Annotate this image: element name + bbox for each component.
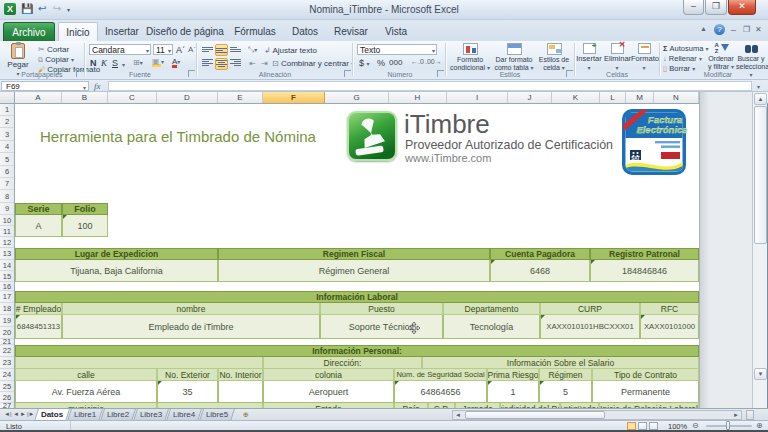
- increase-indent-icon[interactable]: ⇥: [258, 58, 271, 70]
- number-format-select[interactable]: Texto▾: [357, 44, 437, 55]
- estilos-dialog-launcher[interactable]: [566, 70, 573, 77]
- row-header-19[interactable]: 19: [0, 315, 14, 327]
- decrease-decimal-icon[interactable]: .00→: [425, 58, 442, 65]
- doc-restore-icon[interactable]: ❐: [743, 25, 750, 34]
- row-header-24[interactable]: 24: [0, 369, 14, 381]
- borders-icon[interactable]: ⊞▾: [133, 58, 143, 67]
- format-cells-button[interactable]: Formato▾: [631, 43, 657, 72]
- personal-header-0[interactable]: calle: [15, 369, 157, 381]
- conditional-format-button[interactable]: Formato condicional ▾: [448, 43, 492, 72]
- sheet-tab-datos[interactable]: Datos: [34, 409, 70, 421]
- zoom-slider-thumb[interactable]: [726, 421, 730, 430]
- row-header-13[interactable]: 13: [0, 248, 14, 260]
- increase-decimal-icon[interactable]: ←.0: [411, 58, 424, 65]
- personal-value-0[interactable]: Av. Fuerza Aérea: [15, 381, 157, 403]
- currency-format-icon[interactable]: $ ▾: [359, 58, 370, 68]
- column-header-G[interactable]: G: [325, 92, 389, 103]
- italic-button[interactable]: K: [101, 58, 107, 68]
- cell-styles-button[interactable]: Estilos de celda ▾: [536, 43, 572, 72]
- tab-split-handle[interactable]: [746, 410, 754, 420]
- tab-insertar[interactable]: Insertar: [100, 22, 144, 41]
- page-break-view-icon[interactable]: [649, 422, 658, 430]
- numero-dialog-launcher[interactable]: [437, 70, 444, 77]
- page-layout-view-icon[interactable]: [638, 422, 647, 430]
- expedicion-header-2[interactable]: Cuenta Pagadora: [490, 248, 590, 260]
- personal-value-4[interactable]: 64864656: [394, 381, 487, 403]
- fill-color-icon[interactable]: ▣▾: [152, 57, 164, 67]
- personal-value-1[interactable]: 35: [157, 381, 218, 403]
- personal-header-1[interactable]: No. Exterior: [157, 369, 218, 381]
- laboral-value-2[interactable]: Soporte Técnico: [320, 315, 443, 339]
- row-header-14[interactable]: 14: [0, 260, 14, 271]
- tab-inicio[interactable]: Inicio: [58, 22, 98, 41]
- underline-button[interactable]: S: [112, 58, 118, 68]
- row-header-6[interactable]: 6: [0, 166, 14, 178]
- column-header-I[interactable]: I: [447, 92, 508, 103]
- row-header-22[interactable]: 22: [0, 345, 14, 357]
- normal-view-icon[interactable]: [627, 422, 636, 430]
- close-button[interactable]: ✕: [728, 0, 756, 15]
- column-header-K[interactable]: K: [552, 92, 600, 103]
- portapapeles-dialog-launcher[interactable]: [76, 70, 83, 77]
- row-header-5[interactable]: 5: [0, 153, 14, 166]
- personal-header-5[interactable]: Prima Riesgo: [487, 369, 539, 381]
- expedicion-header-1[interactable]: Regimen Fiscal: [218, 248, 490, 260]
- merge-center-button[interactable]: ⊡ Combinar y centrar ▾: [272, 59, 354, 68]
- personal-header-4[interactable]: Núm. de Seguridad Social: [394, 369, 487, 381]
- tab-archivo[interactable]: Archivo: [3, 22, 55, 41]
- column-header-F[interactable]: F: [263, 92, 325, 103]
- wrap-text-button[interactable]: ↲ Ajustar texto: [264, 46, 317, 55]
- restore-button[interactable]: ❐: [705, 0, 727, 15]
- first-sheet-icon[interactable]: ◄|: [4, 411, 12, 417]
- personal-header-6[interactable]: Régimen: [539, 369, 592, 381]
- copy-button[interactable]: ⧉ Copiar ▾: [38, 55, 74, 64]
- horizontal-scrollbar[interactable]: ◄ ►: [452, 410, 742, 420]
- direccion-spacer[interactable]: [15, 357, 263, 369]
- zoom-in-icon[interactable]: ⊕: [756, 421, 763, 430]
- laboral-value-5[interactable]: XAXX0101000: [640, 315, 699, 339]
- prev-sheet-icon[interactable]: ◄: [13, 411, 19, 417]
- laboral-section-header[interactable]: Información Laboral: [15, 291, 699, 303]
- name-box[interactable]: F69▾: [1, 81, 89, 91]
- column-headers[interactable]: ABCDEFGHIJKLMN: [0, 92, 768, 104]
- align-left-icon[interactable]: [201, 58, 214, 70]
- expedicion-value-0[interactable]: Tijuana, Baja California: [15, 260, 218, 282]
- column-header-D[interactable]: D: [157, 92, 218, 103]
- salario-header[interactable]: Información Sobre el Salario: [422, 357, 699, 369]
- last-sheet-icon[interactable]: |►: [27, 411, 35, 417]
- tab-vista[interactable]: Vista: [377, 22, 415, 41]
- formula-input[interactable]: [108, 81, 752, 91]
- grow-font-icon[interactable]: Aˊ: [176, 45, 185, 55]
- column-header-B[interactable]: B: [62, 92, 108, 103]
- expedicion-value-1[interactable]: Régimen General: [218, 260, 490, 282]
- row-header-4[interactable]: 4: [0, 141, 14, 153]
- autosum-button[interactable]: Σ Autosuma ▾: [663, 44, 709, 53]
- percent-format-icon[interactable]: %: [377, 58, 385, 68]
- personal-section-header[interactable]: Información Personal:: [15, 345, 699, 357]
- column-header-J[interactable]: J: [508, 92, 552, 103]
- laboral-header-5[interactable]: RFC: [640, 303, 699, 315]
- orientation-icon[interactable]: ⤡▾: [246, 44, 259, 56]
- underline-dropdown-icon[interactable]: ▾: [122, 60, 125, 69]
- scroll-up-icon[interactable]: ▲: [754, 93, 767, 105]
- row-headers[interactable]: 1234567891011121314151617181920212223242…: [0, 104, 15, 408]
- direccion-header[interactable]: Dirección:: [263, 357, 422, 369]
- insert-cells-button[interactable]: + Insertar▾: [576, 43, 602, 72]
- minimize-button[interactable]: –: [683, 0, 704, 15]
- laboral-value-1[interactable]: Empleado de iTimbre: [62, 315, 320, 339]
- row-header-23[interactable]: 23: [0, 357, 14, 369]
- row-header-3[interactable]: 3: [0, 128, 14, 141]
- vertical-scrollbar[interactable]: ▲ ▼: [752, 92, 767, 408]
- align-center-icon[interactable]: [215, 58, 228, 70]
- row-header-8[interactable]: 8: [0, 190, 14, 203]
- doc-close-icon[interactable]: ✕: [755, 25, 762, 34]
- align-middle-icon[interactable]: [215, 44, 228, 56]
- row-header-18[interactable]: 18: [0, 303, 14, 315]
- row-header-17[interactable]: 17: [0, 291, 14, 303]
- select-all-corner[interactable]: [0, 92, 15, 103]
- tab-f-rmulas[interactable]: Fórmulas: [227, 22, 283, 41]
- delete-cells-button[interactable]: ✕ Eliminar▾: [604, 43, 630, 72]
- scroll-left-icon[interactable]: ◄: [455, 412, 461, 418]
- laboral-header-1[interactable]: nombre: [62, 303, 320, 315]
- serie-header[interactable]: Serie: [15, 203, 62, 215]
